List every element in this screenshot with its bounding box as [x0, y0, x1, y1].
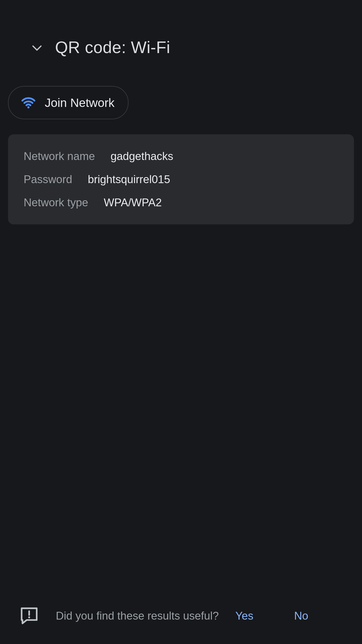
wifi-icon: [20, 94, 37, 111]
password-value: brightsquirrel015: [88, 173, 170, 186]
password-row: Password brightsquirrel015: [24, 173, 338, 186]
network-name-row: Network name gadgethacks: [24, 150, 338, 163]
network-name-label: Network name: [24, 150, 95, 163]
network-type-row: Network type WPA/WPA2: [24, 196, 338, 209]
feedback-bar: Did you find these results useful? Yes N…: [0, 591, 362, 641]
feedback-button[interactable]: [18, 605, 40, 627]
feedback-yes-button[interactable]: Yes: [226, 602, 262, 629]
network-name-value: gadgethacks: [111, 150, 173, 163]
join-network-label: Join Network: [45, 96, 114, 110]
feedback-icon: [19, 606, 39, 626]
svg-point-2: [28, 616, 30, 618]
network-type-value: WPA/WPA2: [104, 196, 162, 209]
svg-point-0: [27, 106, 30, 108]
chevron-down-icon: [31, 42, 43, 54]
feedback-no-button[interactable]: No: [285, 602, 317, 629]
password-label: Password: [24, 173, 72, 186]
wifi-details-card: Network name gadgethacks Password bright…: [8, 134, 354, 224]
page-title: QR code: Wi-Fi: [55, 38, 170, 57]
join-network-button[interactable]: Join Network: [8, 86, 128, 119]
collapse-button[interactable]: [29, 40, 45, 56]
feedback-question: Did you find these results useful?: [56, 610, 219, 622]
network-type-label: Network type: [24, 196, 88, 209]
